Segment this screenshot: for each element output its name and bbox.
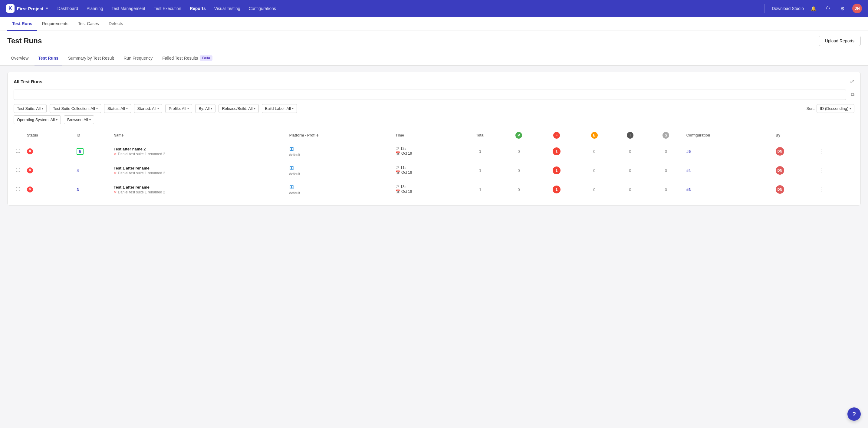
avatar[interactable]: DN — [852, 4, 862, 13]
subnav: Test Runs Requirements Test Cases Defect… — [0, 17, 868, 31]
search-input[interactable] — [13, 90, 846, 100]
by-cell: DN — [773, 161, 815, 180]
inner-tab-overview[interactable]: Overview — [7, 52, 32, 65]
col-i: I — [612, 129, 648, 142]
filter-browser[interactable]: Browser: All ▾ — [64, 115, 94, 124]
col-time: Time — [393, 129, 459, 142]
inner-tab-summary[interactable]: Summary by Test Result — [64, 52, 117, 65]
run-name[interactable]: Test after name 2 — [114, 147, 284, 151]
profile-name: default — [289, 191, 300, 195]
subnav-tab-defects[interactable]: Defects — [104, 17, 128, 31]
status-failed-icon: ✕ — [27, 167, 33, 174]
profile-name: default — [289, 172, 300, 176]
beta-badge: Beta — [200, 55, 213, 61]
col-name: Name — [112, 129, 287, 142]
s-cell: 0 — [648, 142, 684, 161]
filter-status[interactable]: Status: All ▾ — [104, 104, 131, 113]
id-cell: 4 — [74, 161, 111, 180]
clock-icon: ⏱ — [396, 147, 399, 151]
subnav-tab-test-runs[interactable]: Test Runs — [7, 17, 37, 31]
run-date: Oct 18 — [401, 171, 412, 175]
filter-os[interactable]: Operating System: All ▾ — [13, 115, 61, 124]
total-cell: 1 — [459, 180, 501, 199]
e-cell: 0 — [576, 161, 612, 180]
filter-test-suite-collection[interactable]: Test Suite Collection: All ▾ — [50, 104, 101, 113]
filter-build-label[interactable]: Build Label: All ▾ — [262, 104, 297, 113]
nav-planning[interactable]: Planning — [87, 5, 103, 12]
history-icon[interactable]: ⏱ — [823, 4, 833, 13]
config-link[interactable]: #5 — [686, 149, 691, 154]
suite-error-icon: ✕ — [114, 171, 117, 175]
search-row: ⧉ — [13, 90, 855, 100]
run-time: 11s — [400, 165, 406, 170]
col-checkbox — [13, 129, 25, 142]
project-dropdown-icon[interactable]: ▾ — [46, 6, 48, 10]
nav-test-management[interactable]: Test Management — [112, 5, 145, 12]
inner-tab-test-runs[interactable]: Test Runs — [34, 52, 62, 65]
col-e: E — [576, 129, 612, 142]
inner-tab-failed-test-results[interactable]: Failed Test Results Beta — [159, 51, 216, 66]
calendar-icon: 📅 — [396, 151, 400, 156]
run-id[interactable]: 5 — [76, 148, 84, 155]
chevron-down-icon: ▾ — [211, 107, 212, 110]
p-cell: 0 — [501, 180, 536, 199]
col-platform: Platform - Profile — [287, 129, 393, 142]
chevron-down-icon: ▾ — [254, 107, 255, 110]
more-actions-button[interactable]: ⋮ — [817, 185, 825, 194]
inner-nav: Overview Test Runs Summary by Test Resul… — [0, 51, 868, 66]
id-cell: 3 — [74, 180, 111, 199]
expand-icon[interactable]: ⤢ — [850, 78, 855, 85]
suite-error-icon: ✕ — [114, 152, 117, 156]
filter-test-suite[interactable]: Test Suite: All ▾ — [13, 104, 46, 113]
filter-started[interactable]: Started: All ▾ — [134, 104, 162, 113]
filter-release-build[interactable]: Release/Build: All ▾ — [218, 104, 258, 113]
filter-by[interactable]: By: All ▾ — [195, 104, 216, 113]
app-logo[interactable]: K First Project ▾ — [6, 4, 48, 13]
nav-divider — [764, 4, 765, 13]
nav-reports[interactable]: Reports — [190, 5, 206, 12]
more-actions-button[interactable]: ⋮ — [817, 166, 825, 175]
windows-icon: ⊞ — [289, 146, 294, 152]
col-actions — [815, 129, 855, 142]
time-cell: ⏱12s 📅Oct 19 — [393, 142, 459, 161]
chevron-down-icon: ▾ — [187, 107, 189, 110]
nav-configurations[interactable]: Configurations — [249, 5, 276, 12]
topnav: K First Project ▾ Dashboard Planning Tes… — [0, 0, 868, 17]
notifications-icon[interactable]: 🔔 — [809, 4, 818, 13]
row-checkbox[interactable] — [16, 187, 20, 191]
config-link[interactable]: #3 — [686, 187, 691, 192]
nav-test-execution[interactable]: Test Execution — [154, 5, 181, 12]
upload-reports-button[interactable]: Upload Reports — [819, 36, 861, 46]
total-cell: 1 — [459, 161, 501, 180]
p-cell: 0 — [501, 142, 536, 161]
subnav-tab-requirements[interactable]: Requirements — [37, 17, 73, 31]
col-s: S — [648, 129, 684, 142]
page-title: Test Runs — [7, 37, 42, 45]
config-link[interactable]: #4 — [686, 168, 691, 173]
download-studio-button[interactable]: Download Studio — [772, 6, 804, 11]
run-name[interactable]: Test 1 after rename — [114, 185, 284, 189]
col-id: ID — [74, 129, 111, 142]
inner-tab-run-frequency[interactable]: Run Frequency — [120, 52, 156, 65]
chevron-down-icon: ▾ — [126, 107, 128, 110]
nav-visual-testing[interactable]: Visual Testing — [214, 5, 240, 12]
clock-icon: ⏱ — [396, 165, 399, 170]
row-checkbox[interactable] — [16, 149, 20, 153]
run-name[interactable]: Test 1 after rename — [114, 166, 284, 171]
filter-profile[interactable]: Profile: All ▾ — [165, 104, 192, 113]
copy-icon[interactable]: ⧉ — [851, 92, 855, 97]
config-cell: #4 — [684, 161, 773, 180]
run-id[interactable]: 3 — [76, 187, 79, 192]
status-failed-icon: ✕ — [27, 186, 33, 192]
filters-row-2: Operating System: All ▾ Browser: All ▾ — [13, 115, 855, 124]
nav-dashboard[interactable]: Dashboard — [58, 5, 79, 12]
row-checkbox[interactable] — [16, 168, 20, 172]
sort-dropdown[interactable]: ID (Descending) ▾ — [816, 104, 855, 113]
run-id[interactable]: 4 — [76, 168, 79, 173]
config-cell: #5 — [684, 142, 773, 161]
more-actions-button[interactable]: ⋮ — [817, 147, 825, 156]
settings-icon[interactable]: ⚙ — [838, 4, 847, 13]
subnav-tab-test-cases[interactable]: Test Cases — [73, 17, 104, 31]
row-checkbox-cell — [13, 142, 25, 161]
chevron-down-icon: ▾ — [96, 107, 98, 110]
